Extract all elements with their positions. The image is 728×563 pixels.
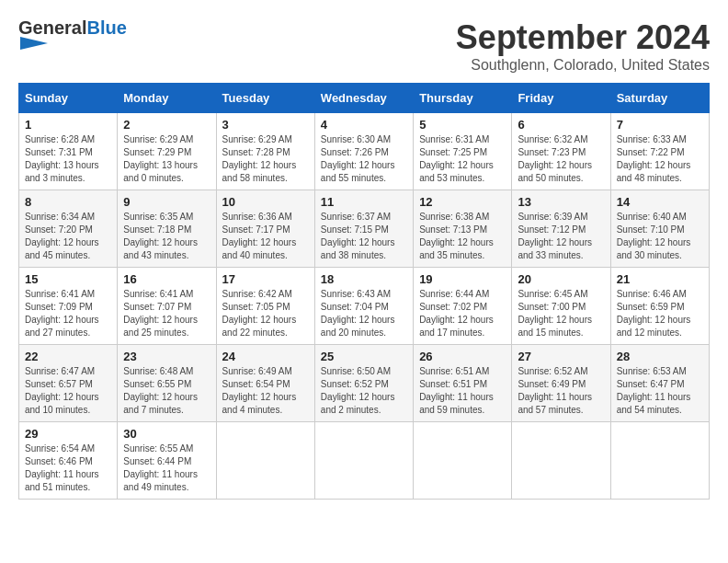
table-cell: 4 Sunrise: 6:30 AMSunset: 7:26 PMDayligh… (314, 113, 413, 190)
day-info: Sunrise: 6:31 AMSunset: 7:25 PMDaylight:… (419, 133, 506, 185)
table-cell: 27 Sunrise: 6:52 AMSunset: 6:49 PMDaylig… (512, 345, 610, 422)
table-cell: 17 Sunrise: 6:42 AMSunset: 7:05 PMDaylig… (216, 268, 314, 345)
day-number: 5 (419, 118, 506, 132)
col-monday: Monday (118, 84, 216, 113)
table-row: 15 Sunrise: 6:41 AMSunset: 7:09 PMDaylig… (19, 268, 710, 345)
table-cell: 14 Sunrise: 6:40 AMSunset: 7:10 PMDaylig… (610, 190, 709, 268)
svg-marker-0 (20, 37, 48, 50)
location-title: Southglenn, Colorado, United States (456, 57, 710, 74)
day-info: Sunrise: 6:51 AMSunset: 6:51 PMDaylight:… (419, 365, 506, 417)
day-info: Sunrise: 6:46 AMSunset: 6:59 PMDaylight:… (617, 288, 703, 339)
table-row: 22 Sunrise: 6:47 AMSunset: 6:57 PMDaylig… (19, 345, 710, 422)
day-number: 16 (123, 272, 210, 286)
day-number: 25 (321, 350, 407, 363)
table-row: 8 Sunrise: 6:34 AMSunset: 7:20 PMDayligh… (19, 190, 710, 268)
table-cell: 1 Sunrise: 6:28 AMSunset: 7:31 PMDayligh… (19, 113, 118, 190)
day-number: 10 (222, 195, 309, 209)
calendar-header-row: Sunday Monday Tuesday Wednesday Thursday… (19, 84, 710, 113)
day-info: Sunrise: 6:30 AMSunset: 7:26 PMDaylight:… (321, 133, 407, 185)
day-info: Sunrise: 6:36 AMSunset: 7:17 PMDaylight:… (222, 211, 309, 262)
day-info: Sunrise: 6:41 AMSunset: 7:07 PMDaylight:… (123, 288, 210, 339)
table-cell: 15 Sunrise: 6:41 AMSunset: 7:09 PMDaylig… (19, 268, 118, 345)
day-info: Sunrise: 6:28 AMSunset: 7:31 PMDaylight:… (25, 133, 111, 185)
empty-cell (414, 422, 512, 500)
table-cell: 30 Sunrise: 6:55 AMSunset: 6:44 PMDaylig… (118, 422, 216, 500)
month-title: September 2024 (456, 18, 710, 57)
table-row: 29 Sunrise: 6:54 AMSunset: 6:46 PMDaylig… (19, 422, 710, 500)
day-info: Sunrise: 6:39 AMSunset: 7:12 PMDaylight:… (518, 211, 604, 262)
day-info: Sunrise: 6:41 AMSunset: 7:09 PMDaylight:… (25, 288, 111, 339)
day-number: 3 (222, 118, 309, 132)
logo-blue-text: Blue (86, 17, 126, 38)
table-cell: 29 Sunrise: 6:54 AMSunset: 6:46 PMDaylig… (19, 422, 118, 500)
day-info: Sunrise: 6:32 AMSunset: 7:23 PMDaylight:… (518, 133, 604, 185)
day-info: Sunrise: 6:37 AMSunset: 7:15 PMDaylight:… (321, 211, 407, 262)
empty-cell (512, 422, 610, 500)
day-number: 8 (25, 195, 111, 209)
col-tuesday: Tuesday (216, 84, 314, 113)
col-thursday: Thursday (414, 84, 512, 113)
table-cell: 25 Sunrise: 6:50 AMSunset: 6:52 PMDaylig… (314, 345, 413, 422)
day-number: 19 (419, 272, 506, 286)
day-info: Sunrise: 6:35 AMSunset: 7:18 PMDaylight:… (123, 211, 210, 262)
day-number: 13 (518, 195, 604, 209)
day-number: 6 (518, 118, 604, 132)
table-cell: 9 Sunrise: 6:35 AMSunset: 7:18 PMDayligh… (118, 190, 216, 268)
day-number: 17 (222, 272, 309, 286)
table-cell: 24 Sunrise: 6:49 AMSunset: 6:54 PMDaylig… (216, 345, 314, 422)
table-cell: 18 Sunrise: 6:43 AMSunset: 7:04 PMDaylig… (314, 268, 413, 345)
table-cell: 7 Sunrise: 6:33 AMSunset: 7:22 PMDayligh… (610, 113, 709, 190)
day-number: 11 (321, 195, 407, 209)
day-info: Sunrise: 6:42 AMSunset: 7:05 PMDaylight:… (222, 288, 309, 339)
day-number: 1 (25, 118, 111, 132)
table-cell: 5 Sunrise: 6:31 AMSunset: 7:25 PMDayligh… (414, 113, 512, 190)
table-cell: 21 Sunrise: 6:46 AMSunset: 6:59 PMDaylig… (610, 268, 709, 345)
day-number: 26 (419, 350, 506, 363)
table-cell: 11 Sunrise: 6:37 AMSunset: 7:15 PMDaylig… (314, 190, 413, 268)
day-info: Sunrise: 6:43 AMSunset: 7:04 PMDaylight:… (321, 288, 407, 339)
empty-cell (610, 422, 709, 500)
table-cell: 6 Sunrise: 6:32 AMSunset: 7:23 PMDayligh… (512, 113, 610, 190)
table-cell: 23 Sunrise: 6:48 AMSunset: 6:55 PMDaylig… (118, 345, 216, 422)
day-number: 4 (321, 118, 407, 132)
day-number: 29 (25, 427, 111, 441)
table-cell: 19 Sunrise: 6:44 AMSunset: 7:02 PMDaylig… (414, 268, 512, 345)
table-cell: 3 Sunrise: 6:29 AMSunset: 7:28 PMDayligh… (216, 113, 314, 190)
empty-cell (314, 422, 413, 500)
calendar-header: GeneralBlue September 2024 Southglenn, C… (18, 18, 710, 74)
day-number: 24 (222, 350, 309, 363)
day-info: Sunrise: 6:48 AMSunset: 6:55 PMDaylight:… (123, 365, 210, 417)
day-info: Sunrise: 6:40 AMSunset: 7:10 PMDaylight:… (617, 211, 703, 262)
table-cell: 10 Sunrise: 6:36 AMSunset: 7:17 PMDaylig… (216, 190, 314, 268)
table-cell: 2 Sunrise: 6:29 AMSunset: 7:29 PMDayligh… (118, 113, 216, 190)
day-number: 7 (617, 118, 703, 132)
day-info: Sunrise: 6:33 AMSunset: 7:22 PMDaylight:… (617, 133, 703, 185)
day-number: 15 (25, 272, 111, 286)
day-number: 27 (518, 350, 604, 363)
logo-arrow-icon (20, 37, 48, 50)
col-sunday: Sunday (19, 84, 118, 113)
day-info: Sunrise: 6:29 AMSunset: 7:29 PMDaylight:… (123, 133, 210, 185)
day-number: 30 (123, 427, 210, 441)
logo-general-text: General (18, 17, 86, 38)
table-cell: 16 Sunrise: 6:41 AMSunset: 7:07 PMDaylig… (118, 268, 216, 345)
table-cell: 26 Sunrise: 6:51 AMSunset: 6:51 PMDaylig… (414, 345, 512, 422)
col-saturday: Saturday (610, 84, 709, 113)
day-info: Sunrise: 6:52 AMSunset: 6:49 PMDaylight:… (518, 365, 604, 417)
table-cell: 20 Sunrise: 6:45 AMSunset: 7:00 PMDaylig… (512, 268, 610, 345)
day-number: 22 (25, 350, 111, 363)
table-cell: 13 Sunrise: 6:39 AMSunset: 7:12 PMDaylig… (512, 190, 610, 268)
day-number: 14 (617, 195, 703, 209)
day-number: 28 (617, 350, 703, 363)
day-info: Sunrise: 6:47 AMSunset: 6:57 PMDaylight:… (25, 365, 111, 417)
table-row: 1 Sunrise: 6:28 AMSunset: 7:31 PMDayligh… (19, 113, 710, 190)
day-number: 21 (617, 272, 703, 286)
col-wednesday: Wednesday (314, 84, 413, 113)
table-cell: 8 Sunrise: 6:34 AMSunset: 7:20 PMDayligh… (19, 190, 118, 268)
table-cell: 12 Sunrise: 6:38 AMSunset: 7:13 PMDaylig… (414, 190, 512, 268)
day-info: Sunrise: 6:53 AMSunset: 6:47 PMDaylight:… (617, 365, 703, 417)
table-cell: 22 Sunrise: 6:47 AMSunset: 6:57 PMDaylig… (19, 345, 118, 422)
day-info: Sunrise: 6:44 AMSunset: 7:02 PMDaylight:… (419, 288, 506, 339)
day-info: Sunrise: 6:55 AMSunset: 6:44 PMDaylight:… (123, 442, 210, 494)
col-friday: Friday (512, 84, 610, 113)
